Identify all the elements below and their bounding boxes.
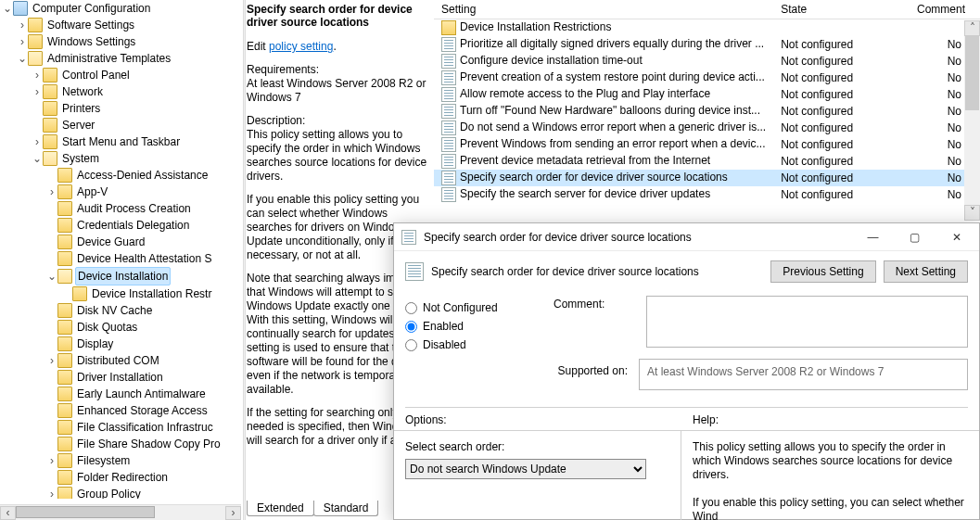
tree-item[interactable]: Device Installation Restr	[90, 285, 213, 302]
row-setting: Specify search order for device driver s…	[460, 171, 728, 184]
splitter[interactable]	[243, 0, 246, 520]
tree-item[interactable]: Folder Redirection	[75, 469, 170, 486]
tree-item[interactable]: System	[60, 150, 101, 167]
tree-item[interactable]: Windows Settings	[45, 33, 137, 50]
tree-item[interactable]: Display	[75, 336, 115, 352]
tree-item[interactable]: Audit Process Creation	[75, 200, 193, 217]
scroll-thumb[interactable]	[16, 506, 155, 518]
radio-disabled[interactable]: Disabled	[405, 338, 554, 351]
edit-policy-link[interactable]: policy setting	[269, 40, 333, 53]
tab-standard[interactable]: Standard	[313, 501, 379, 516]
tree-root[interactable]: Computer Configuration	[31, 0, 152, 17]
tree-item[interactable]: Network	[60, 83, 105, 100]
supported-value: At least Windows Server 2008 R2 or Windo…	[639, 359, 968, 390]
list-row[interactable]: Prevent device metadata retrieval from t…	[434, 153, 980, 170]
tree-item[interactable]: Software Settings	[45, 17, 136, 33]
search-order-select[interactable]: Do not search Windows Update	[405, 459, 646, 479]
col-setting[interactable]: Setting	[434, 0, 773, 19]
list-row[interactable]: Do not send a Windows error report when …	[434, 120, 980, 136]
folder-icon	[28, 51, 43, 66]
folder-icon	[43, 134, 57, 149]
tree-twisty[interactable]: ⌄	[46, 268, 57, 285]
list-row[interactable]: Configure device installation time-outNo…	[434, 53, 980, 70]
maximize-button[interactable]: ▢	[894, 224, 935, 250]
radio-not-configured[interactable]: Not Configured	[405, 301, 554, 314]
list-row[interactable]: Specify search order for device driver s…	[434, 170, 980, 186]
list-row[interactable]: Prevent Windows from sending an error re…	[434, 136, 980, 153]
folder-icon	[43, 118, 57, 133]
tree-item[interactable]: File Classification Infrastruc	[75, 419, 215, 436]
tree-twisty[interactable]: ›	[32, 133, 43, 150]
comment-textbox[interactable]	[646, 296, 968, 348]
list-vscrollbar[interactable]: ˄ ˅	[964, 20, 980, 221]
tree-twisty[interactable]: ›	[17, 33, 28, 50]
list-row[interactable]: Device Installation Restrictions	[434, 19, 980, 37]
tree-item[interactable]: Distributed COM	[75, 352, 161, 369]
tree-twisty[interactable]: ›	[32, 67, 43, 83]
tree-item[interactable]: Server	[60, 117, 96, 133]
tree-item[interactable]: Driver Installation	[75, 369, 165, 386]
minimize-button[interactable]: —	[852, 224, 894, 250]
tree-twisty[interactable]: ⌄	[2, 0, 13, 17]
tree-item[interactable]: Start Menu and Taskbar	[60, 133, 182, 150]
radio-input[interactable]	[405, 321, 417, 333]
tree-twisty[interactable]: ›	[46, 486, 57, 499]
radio-enabled[interactable]: Enabled	[405, 320, 554, 333]
scroll-left-icon[interactable]: ‹	[0, 506, 16, 520]
dialog-titlebar[interactable]: Specify search order for device driver s…	[394, 223, 979, 251]
folder-icon	[43, 84, 57, 99]
tree-item[interactable]: Credentials Delegation	[75, 217, 191, 234]
tab-extended[interactable]: Extended	[247, 501, 314, 516]
list-row[interactable]: Specify the search server for device dri…	[434, 186, 980, 203]
tree-item[interactable]: Group Policy	[75, 486, 143, 499]
list-row[interactable]: Turn off "Found New Hardware" balloons d…	[434, 103, 980, 120]
scroll-right-icon[interactable]: ›	[225, 506, 241, 520]
policy-dialog: Specify search order for device driver s…	[393, 222, 980, 520]
tree-twisty[interactable]: ›	[17, 17, 28, 33]
tree-item[interactable]: Disk NV Cache	[75, 302, 154, 319]
dialog-subtitle: Specify search order for device driver s…	[431, 265, 763, 278]
folder-icon	[43, 68, 57, 82]
tree-item[interactable]: Device Guard	[75, 234, 146, 250]
scroll-down-icon[interactable]: ˅	[964, 205, 980, 221]
tree-item[interactable]: File Share Shadow Copy Pro	[75, 436, 223, 452]
tree-twisty[interactable]: ⌄	[32, 150, 43, 167]
close-button[interactable]: ✕	[935, 224, 977, 250]
tree-item[interactable]: Filesystem	[75, 452, 132, 469]
col-state[interactable]: State	[773, 0, 885, 19]
folder-icon	[57, 353, 72, 368]
tree-twisty[interactable]: ›	[46, 352, 57, 369]
col-comment[interactable]: Comment	[885, 0, 980, 19]
radio-input[interactable]	[405, 302, 417, 314]
tree-item[interactable]: Early Launch Antimalware	[75, 386, 208, 402]
tree-twisty[interactable]: ›	[46, 184, 57, 200]
tree-item[interactable]: App-V	[75, 184, 109, 200]
tree-item-selected[interactable]: Device Installation	[75, 267, 171, 285]
tree-item[interactable]: Administrative Templates	[45, 50, 172, 67]
list-row[interactable]: Allow remote access to the Plug and Play…	[434, 86, 980, 103]
tree-item[interactable]: Device Health Attestation S	[75, 250, 213, 267]
tree-hscrollbar[interactable]: ‹ ›	[0, 504, 241, 520]
previous-setting-button[interactable]: Previous Setting	[770, 260, 875, 283]
help-text: This policy setting allows you to specif…	[681, 431, 979, 520]
tree-twisty[interactable]: ›	[46, 452, 57, 469]
tree-item[interactable]: Access-Denied Assistance	[75, 167, 210, 184]
folder-icon	[57, 387, 72, 401]
list-row[interactable]: Prioritize all digitally signed drivers …	[434, 36, 980, 53]
folder-icon	[57, 235, 72, 249]
tree-item[interactable]: Control Panel	[60, 67, 132, 83]
scroll-thumb[interactable]	[965, 36, 979, 110]
scroll-up-icon[interactable]: ˄	[964, 20, 980, 36]
policy-list: Setting State Comment Device Installatio…	[434, 0, 980, 221]
radio-input[interactable]	[405, 339, 417, 351]
row-state: Not configured	[773, 53, 885, 70]
tree-item[interactable]: Printers	[60, 100, 102, 117]
tree-item[interactable]: Disk Quotas	[75, 319, 139, 336]
row-state: Not configured	[773, 186, 885, 203]
list-row[interactable]: Prevent creation of a system restore poi…	[434, 70, 980, 86]
row-setting: Device Installation Restrictions	[460, 20, 611, 33]
tree-twisty[interactable]: ›	[32, 83, 43, 100]
tree-item[interactable]: Enhanced Storage Access	[75, 402, 210, 419]
tree-twisty[interactable]: ⌄	[17, 50, 28, 67]
next-setting-button[interactable]: Next Setting	[884, 260, 968, 283]
